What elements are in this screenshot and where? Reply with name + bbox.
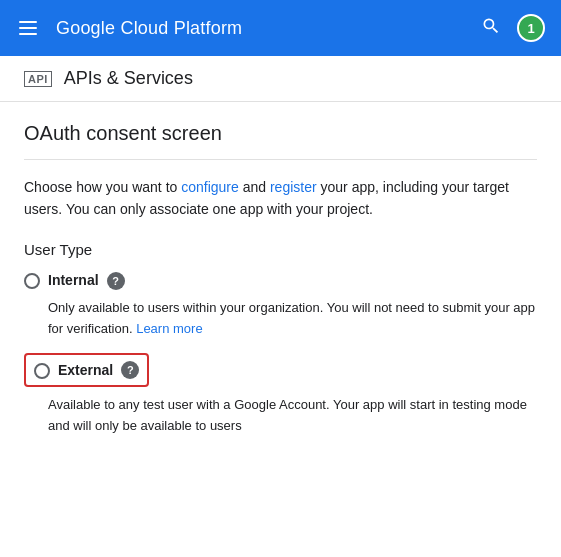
learn-more-link[interactable]: Learn more	[136, 321, 202, 336]
external-description: Available to any test user with a Google…	[48, 395, 537, 437]
search-icon[interactable]	[481, 16, 501, 41]
top-header: Google Cloud Platform 1	[0, 0, 561, 56]
register-link[interactable]: register	[270, 179, 317, 195]
sub-header-title: APIs & Services	[64, 68, 193, 89]
internal-label: Internal	[48, 272, 99, 288]
menu-icon[interactable]	[16, 16, 40, 40]
internal-option: Internal ?	[24, 272, 537, 290]
configure-link[interactable]: configure	[181, 179, 239, 195]
page-title: OAuth consent screen	[24, 122, 537, 160]
sub-header: API APIs & Services	[0, 56, 561, 102]
user-type-label: User Type	[24, 241, 537, 258]
external-help-icon[interactable]: ?	[121, 361, 139, 379]
svg-rect-2	[19, 33, 37, 35]
external-section: External ?	[24, 353, 537, 395]
app-title: Google Cloud Platform	[56, 18, 465, 39]
external-option: External ?	[24, 353, 149, 387]
external-radio[interactable]	[34, 363, 50, 379]
api-badge: API	[24, 71, 52, 87]
internal-help-icon[interactable]: ?	[107, 272, 125, 290]
svg-rect-0	[19, 21, 37, 23]
svg-rect-1	[19, 27, 37, 29]
external-label: External	[58, 362, 113, 378]
description-text: Choose how you want to configure and reg…	[24, 176, 537, 221]
internal-description: Only available to users within your orga…	[48, 298, 537, 340]
main-content: OAuth consent screen Choose how you want…	[0, 102, 561, 471]
user-avatar[interactable]: 1	[517, 14, 545, 42]
internal-radio[interactable]	[24, 273, 40, 289]
